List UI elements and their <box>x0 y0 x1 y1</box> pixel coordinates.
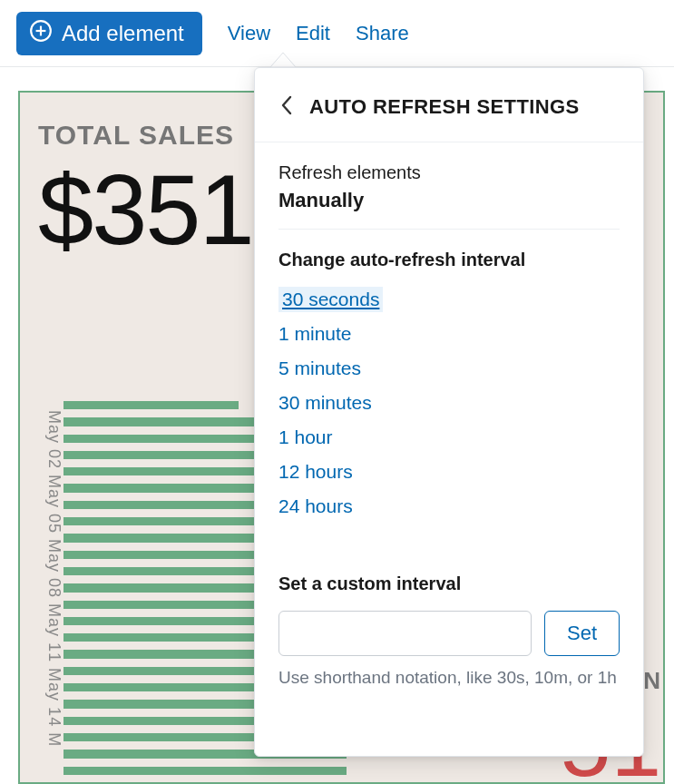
plus-circle-icon <box>29 19 53 48</box>
back-button[interactable] <box>277 92 297 122</box>
change-interval-label: Change auto-refresh interval <box>278 250 620 270</box>
chart-bar <box>63 435 261 443</box>
chart-bar <box>63 401 239 409</box>
interval-option[interactable]: 30 minutes <box>278 390 372 416</box>
interval-option[interactable]: 1 hour <box>278 425 333 450</box>
interval-list: 30 seconds1 minute5 minutes30 minutes1 h… <box>278 287 620 519</box>
custom-interval-input[interactable] <box>278 611 532 656</box>
set-button[interactable]: Set <box>544 611 620 656</box>
nav-view[interactable]: View <box>228 22 270 45</box>
refresh-mode-value: Manually <box>278 189 620 212</box>
interval-option[interactable]: 12 hours <box>278 459 353 485</box>
interval-option[interactable]: 5 minutes <box>278 356 361 381</box>
divider <box>278 229 620 230</box>
add-element-button[interactable]: Add element <box>16 12 202 55</box>
svg-marker-3 <box>270 53 296 67</box>
chart-y-axis: May 02 May 05 May 08 May 11 May 14 M <box>38 374 63 784</box>
custom-interval-hint: Use shorthand notation, like 30s, 10m, o… <box>278 665 620 691</box>
interval-option[interactable]: 1 minute <box>278 321 352 347</box>
nav-edit[interactable]: Edit <box>296 22 330 45</box>
auto-refresh-settings-popover: AUTO REFRESH SETTINGS Refresh elements M… <box>254 67 644 757</box>
interval-option[interactable]: 30 seconds <box>278 287 383 312</box>
topbar: Add element View Edit Share <box>0 0 674 67</box>
refresh-elements-label: Refresh elements <box>278 162 620 183</box>
popover-title: AUTO REFRESH SETTINGS <box>309 95 580 119</box>
chevron-left-icon <box>280 104 293 118</box>
popover-pointer-icon <box>270 53 296 67</box>
custom-interval-label: Set a custom interval <box>278 573 620 594</box>
nav-share[interactable]: Share <box>356 22 409 45</box>
chart-bar <box>63 451 278 459</box>
chart-bar <box>63 767 347 775</box>
interval-option[interactable]: 24 hours <box>278 494 353 519</box>
chart-bar <box>63 417 256 426</box>
add-element-label: Add element <box>62 21 184 46</box>
popover-header: AUTO REFRESH SETTINGS <box>255 68 643 142</box>
chart-bar <box>63 467 284 475</box>
